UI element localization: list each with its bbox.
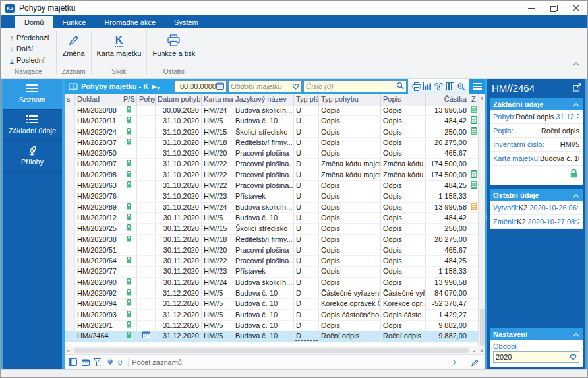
table-row[interactable]: HM/2020/6430.11.2020HM//22Pracovní ploši… bbox=[65, 256, 478, 267]
snowflake-icon[interactable]: ❄ bbox=[104, 356, 117, 368]
panel-view-icon[interactable] bbox=[67, 356, 79, 368]
table-row[interactable]: HM/2020/9331.12.2020HM//5Budova č. 10DOd… bbox=[65, 310, 478, 321]
ribbon: ↑Předchozí ↓Další ↓Poslední Navigace Změ… bbox=[1, 28, 587, 79]
minimize-button[interactable] bbox=[520, 1, 543, 15]
table-row[interactable]: HM/2020/5031.10.2020HM//20Pracovní ploši… bbox=[65, 148, 478, 159]
scroll-up-icon[interactable]: ∧ bbox=[479, 94, 485, 103]
search-icon[interactable] bbox=[396, 80, 404, 92]
calendar-status-icon[interactable] bbox=[79, 356, 92, 368]
table-row[interactable]: HM/2020/8830.09.2020HM//24Budova školicí… bbox=[65, 106, 478, 116]
group-label-ostatni: Ostatní bbox=[147, 67, 200, 78]
vertical-scroll-thumb[interactable] bbox=[480, 309, 485, 346]
arrow-up-icon: ↑ bbox=[7, 34, 16, 42]
period-filter-input[interactable] bbox=[231, 82, 292, 90]
period-input[interactable] bbox=[496, 353, 570, 361]
detail-row-vytvoril: Vytvořil: K2 2020-10-26 06:40:40 bbox=[490, 201, 583, 215]
tab-funkce[interactable]: Funkce bbox=[53, 16, 95, 28]
calendar-icon[interactable] bbox=[216, 80, 224, 92]
section-ostatni-udaje: Ostatní údaje Vytvořil: K2 2020-10-26 06… bbox=[490, 189, 583, 229]
table-row[interactable]: HM/2020/9831.10.2020HM//22Pracovní ploši… bbox=[65, 170, 478, 181]
last-button[interactable]: ↓Poslední bbox=[7, 54, 49, 65]
app-window: K2 Pohyby majetku Domů Funkce Hromadné a… bbox=[0, 0, 588, 378]
table-row[interactable]: HM/2020/3731.10.2020HM//18Ředitelství fi… bbox=[65, 138, 478, 148]
table-row[interactable]: HM//246431.12.2020HM//5Budova č. 10DRočn… bbox=[65, 331, 478, 342]
detail-row-zmenil: Změnil: K2 2020-10-27 08:22:07 bbox=[490, 215, 583, 229]
column-header-pohyb[interactable]: Pohyb bbox=[137, 94, 156, 106]
table-row[interactable]: HM/2020/1230.11.2020HM//5Budova č. 10UOd… bbox=[65, 213, 478, 224]
column-header-p-s[interactable]: P/S bbox=[121, 94, 137, 106]
column-header-s[interactable]: s bbox=[65, 94, 75, 106]
restore-button[interactable] bbox=[543, 1, 565, 15]
workflow-icon[interactable] bbox=[433, 80, 444, 92]
close-button[interactable] bbox=[565, 1, 587, 15]
ribbon-collapse-icon[interactable] bbox=[573, 57, 579, 69]
table-row[interactable]: HM/2020/131.12.2020HM//5Budova č. 10DOdp… bbox=[65, 321, 478, 331]
table-title[interactable]: Pohyby majetku - K ▶▾ bbox=[65, 82, 174, 91]
scroll-down-icon[interactable]: ∨ bbox=[478, 346, 485, 355]
arrow-down-icon: ↓ bbox=[7, 45, 16, 53]
sidebar-item-prilohy[interactable]: Přílohy bbox=[3, 141, 62, 172]
dropdown-heart-icon[interactable] bbox=[292, 80, 299, 92]
table-row[interactable]: HM/2020/9731.10.2020HM//22Pracovní ploši… bbox=[65, 159, 478, 170]
sum-icon[interactable]: Σ bbox=[449, 356, 461, 368]
column-header-doklad[interactable]: Doklad bbox=[75, 94, 121, 106]
functions-print-button[interactable]: Funkce a tisk bbox=[147, 30, 200, 57]
horizontal-scroll-thumb[interactable] bbox=[74, 348, 469, 353]
print-icon[interactable] bbox=[411, 80, 422, 92]
hamburger-icon bbox=[4, 82, 61, 94]
sidebar-item-zakladni-udaje[interactable]: Základní údaje bbox=[3, 110, 62, 141]
table-row[interactable]: HM/2020/9431.12.2020HM//5Budova č. 10DKo… bbox=[65, 299, 478, 309]
table-menu-icon[interactable] bbox=[469, 79, 485, 94]
vertical-scrollbar[interactable]: ∧ bbox=[478, 94, 485, 346]
section-header[interactable]: Nastavení bbox=[490, 328, 583, 340]
next-button[interactable]: ↓Další bbox=[7, 43, 49, 54]
section-header[interactable]: Ostatní údaje bbox=[490, 189, 583, 201]
table-row[interactable]: HM/2020/9231.12.2020HM//5Budova č. 10DČá… bbox=[65, 288, 478, 299]
filter-icon[interactable] bbox=[92, 356, 104, 368]
table-row[interactable]: HM/2020/1131.10.2020HM//5Budova č. 10UOd… bbox=[65, 116, 478, 127]
previous-button[interactable]: ↑Předchozí bbox=[7, 32, 49, 43]
column-header-typ-pl-nu[interactable]: Typ plánu bbox=[294, 94, 319, 106]
sidebar-item-seznam[interactable]: Seznam bbox=[3, 79, 62, 110]
table-row[interactable]: HM/2020/2530.11.2020HM//15Školicí středi… bbox=[65, 224, 478, 234]
table-row[interactable]: HM/2020/3830.11.2020HM//18Ředitelství fi… bbox=[65, 235, 478, 245]
frozen-count: 0 bbox=[118, 358, 122, 366]
status-bar: ❄ 0 Počet záznamů Σ bbox=[65, 354, 485, 369]
table-row[interactable]: HM/2020/7730.11.2020HM//23PřístavekUOdpi… bbox=[65, 267, 478, 277]
column-header-popis[interactable]: Popis bbox=[381, 94, 426, 106]
tab-system[interactable]: Systém bbox=[165, 16, 208, 28]
open-window-icon[interactable] bbox=[573, 82, 581, 94]
column-header-typ-pohybu[interactable]: Typ pohybu bbox=[319, 94, 381, 106]
table-row[interactable]: HM/2020/2431.10.2020HM//15Školicí středi… bbox=[65, 127, 478, 138]
table-row[interactable]: HM/2020/8931.10.2020HM//24Budova školicí… bbox=[65, 203, 478, 213]
columns-icon[interactable] bbox=[444, 80, 456, 92]
section-zakladni-udaje: Základní údaje Pohyb: Roční odpis 31.12.… bbox=[490, 98, 583, 185]
tab-hromadne-akce[interactable]: Hromadné akce bbox=[95, 16, 165, 28]
column-header-karta-maje[interactable]: Karta maje bbox=[202, 94, 233, 106]
scroll-right-icon[interactable]: > bbox=[470, 346, 478, 355]
tab-domu[interactable]: Domů bbox=[15, 16, 53, 28]
table-row[interactable]: HM/2020/5130.11.2020HM//20Pracovní ploši… bbox=[65, 245, 478, 256]
date-filter-field bbox=[174, 80, 227, 92]
horizontal-scrollbar[interactable]: < > ∨ bbox=[65, 346, 485, 354]
table-body: HM/2020/8830.09.2020HM//24Budova školicí… bbox=[65, 106, 478, 342]
column-header-datum-pohybu[interactable]: Datum pohybu▾ bbox=[156, 94, 202, 106]
change-button[interactable]: Změna bbox=[57, 30, 91, 57]
search-settings-icon[interactable] bbox=[456, 80, 467, 92]
column-header-jazykov-n-zev[interactable]: Jazykový název bbox=[233, 94, 294, 106]
section-header[interactable]: Základní údaje bbox=[490, 98, 583, 110]
table-row[interactable]: HM/2020/7631.10.2020HM//23PřístavekUOdpi… bbox=[65, 191, 478, 202]
edit-pencil-icon[interactable] bbox=[469, 356, 481, 368]
asset-card-button[interactable]: K Karta majetku bbox=[92, 30, 147, 57]
table-row[interactable]: HM/2020/9030.11.2020HM//24Budova školicí… bbox=[65, 278, 478, 288]
column-header--stka[interactable]: Částka bbox=[426, 94, 469, 106]
paperclip-icon bbox=[4, 144, 61, 156]
chart-icon[interactable] bbox=[422, 80, 433, 92]
dropdown-heart-icon[interactable] bbox=[570, 351, 577, 363]
table-row[interactable]: HM/2020/6331.10.2020HM//22Pracovní ploši… bbox=[65, 181, 478, 191]
date-filter-input[interactable] bbox=[177, 82, 216, 90]
scroll-left-icon[interactable]: < bbox=[65, 346, 73, 355]
ribbon-group-navigace: ↑Předchozí ↓Další ↓Poslední Navigace bbox=[1, 28, 56, 78]
number-filter-input[interactable] bbox=[306, 82, 396, 90]
left-accent-strip bbox=[1, 79, 3, 369]
